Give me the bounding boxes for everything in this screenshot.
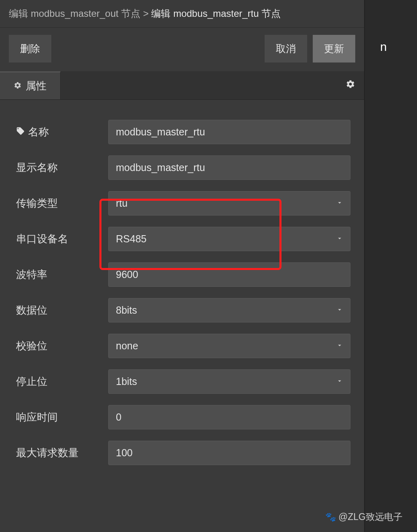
stop-bits-select[interactable]: 1bits [108,369,350,394]
gear-icon [14,80,22,92]
max-requests-label: 最大请求数量 [16,446,79,460]
breadcrumb-current: 编辑 modbus_master_rtu 节点 [151,8,281,19]
form-row-data-bits: 数据位 8bits [16,298,350,322]
parity-select[interactable]: none [108,334,350,358]
max-requests-input[interactable] [108,441,350,465]
data-bits-label: 数据位 [16,303,47,317]
form-row-name: 名称 [16,120,350,144]
form-row-serial-device: 串口设备名 RS485 [16,227,350,251]
form-row-baud-rate: 波特率 [16,262,350,287]
form-row-max-requests: 最大请求数量 [16,441,350,465]
baud-rate-input[interactable] [108,262,350,287]
form-body: 名称 显示名称 传输类型 rtu 串口设备名 [0,100,364,484]
response-time-label: 响应时间 [16,410,58,424]
watermark: 🐾 @ZLG致远电子 [325,511,403,523]
name-input[interactable] [108,120,350,144]
breadcrumb-parent[interactable]: 编辑 modbus_master_out 节点 [9,8,140,19]
update-button[interactable]: 更新 [313,35,355,62]
serial-device-select[interactable]: RS485 [108,227,350,251]
form-row-response-time: 响应时间 [16,405,350,429]
tab-label: 属性 [26,79,47,93]
form-row-transport-type: 传输类型 rtu [16,191,350,216]
stop-bits-label: 停止位 [16,375,47,389]
display-name-input[interactable] [108,155,350,180]
transport-type-select[interactable]: rtu [108,191,350,216]
baud-rate-label: 波特率 [16,268,47,282]
name-label: 名称 [28,125,49,139]
cancel-button[interactable]: 取消 [265,35,307,62]
delete-button[interactable]: 删除 [9,35,51,62]
breadcrumb: 编辑 modbus_master_out 节点 > 编辑 modbus_mast… [0,0,364,28]
response-time-input[interactable] [108,405,350,429]
tab-properties[interactable]: 属性 [0,71,61,99]
right-panel-clip: n [366,0,417,532]
tabs-row: 属性 [0,71,364,100]
form-row-stop-bits: 停止位 1bits [16,369,350,394]
data-bits-select[interactable]: 8bits [108,298,350,322]
tag-icon [16,126,25,138]
serial-device-label: 串口设备名 [16,232,68,246]
display-name-label: 显示名称 [16,161,58,175]
form-row-display-name: 显示名称 [16,155,350,180]
parity-label: 校验位 [16,339,47,353]
paw-icon: 🐾 [325,512,336,522]
form-row-parity: 校验位 none [16,334,350,358]
breadcrumb-separator: > [143,8,149,19]
watermark-text: @ZLG致远电子 [338,511,403,523]
transport-type-label: 传输类型 [16,196,58,210]
toolbar: 删除 取消 更新 [0,28,364,71]
settings-button[interactable] [337,74,364,97]
